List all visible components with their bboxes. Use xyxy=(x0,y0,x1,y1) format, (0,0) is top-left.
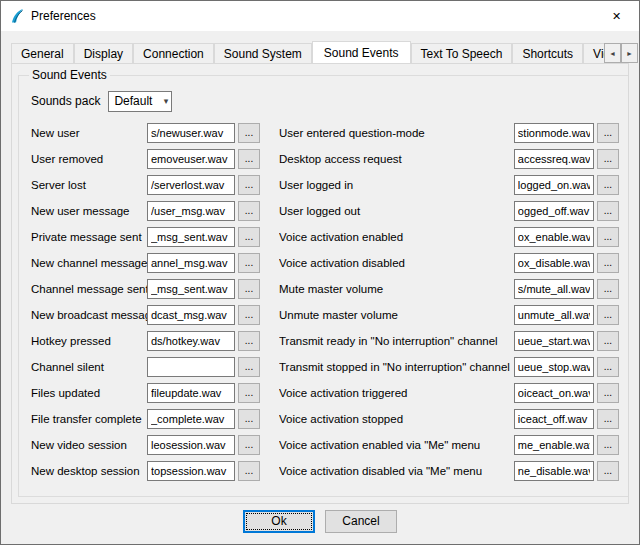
browse-button[interactable]: ... xyxy=(597,409,619,429)
browse-button[interactable]: ... xyxy=(597,383,619,403)
tab-text-to-speech[interactable]: Text To Speech xyxy=(411,43,513,63)
tab-sound-system[interactable]: Sound System xyxy=(214,43,312,63)
sound-event-file-input[interactable] xyxy=(514,253,594,273)
sound-event-label: Channel silent xyxy=(31,361,147,373)
tab-scroll-right-icon[interactable]: ► xyxy=(621,43,638,63)
browse-button[interactable]: ... xyxy=(597,253,619,273)
browse-button[interactable]: ... xyxy=(597,175,619,195)
sound-event-row: New broadcast message... xyxy=(29,302,265,328)
sound-event-label: New user xyxy=(31,127,147,139)
browse-button[interactable]: ... xyxy=(597,279,619,299)
tab-display[interactable]: Display xyxy=(74,43,133,63)
chevron-down-icon: ▾ xyxy=(164,96,169,106)
sound-event-file-input[interactable] xyxy=(147,305,235,325)
sound-event-file-input[interactable] xyxy=(514,383,594,403)
sound-event-file-input[interactable] xyxy=(514,331,594,351)
sound-event-file-input[interactable] xyxy=(147,149,235,169)
tab-scroll-left-icon[interactable]: ◄ xyxy=(604,43,621,63)
sound-event-row: File transfer complete... xyxy=(29,406,265,432)
sound-event-file-input[interactable] xyxy=(147,357,235,377)
sound-event-file-input[interactable] xyxy=(147,253,235,273)
sound-event-file-input[interactable] xyxy=(514,461,594,481)
tab-pane-sound-events: Sound Events Sounds pack Default ▾ New u… xyxy=(11,63,629,504)
sound-event-row: Desktop access request... xyxy=(277,146,619,172)
sound-event-row: Hotkey pressed... xyxy=(29,328,265,354)
tab-sound-events[interactable]: Sound Events xyxy=(312,41,411,63)
ok-button[interactable]: Ok xyxy=(243,510,315,533)
browse-button[interactable]: ... xyxy=(238,149,260,169)
groupbox-title: Sound Events xyxy=(29,68,110,82)
sound-events-right-column: User entered question-mode...Desktop acc… xyxy=(277,120,619,484)
sound-event-file-input[interactable] xyxy=(147,201,235,221)
browse-button[interactable]: ... xyxy=(238,461,260,481)
sound-event-file-input[interactable] xyxy=(147,435,235,455)
title-bar[interactable]: Preferences ✕ xyxy=(1,1,639,31)
sound-event-label: Voice activation enabled xyxy=(279,231,514,243)
sound-event-row: New user message... xyxy=(29,198,265,224)
sound-event-label: Voice activation enabled via "Me" menu xyxy=(279,439,514,451)
browse-button[interactable]: ... xyxy=(238,279,260,299)
sound-event-row: Voice activation enabled... xyxy=(277,224,619,250)
sound-event-label: Voice activation disabled xyxy=(279,257,514,269)
sound-event-file-input[interactable] xyxy=(147,461,235,481)
close-icon[interactable]: ✕ xyxy=(594,1,639,31)
sound-event-row: User logged in... xyxy=(277,172,619,198)
browse-button[interactable]: ... xyxy=(597,149,619,169)
sound-event-label: Voice activation triggered xyxy=(279,387,514,399)
browse-button[interactable]: ... xyxy=(238,357,260,377)
browse-button[interactable]: ... xyxy=(597,331,619,351)
browse-button[interactable]: ... xyxy=(597,357,619,377)
browse-button[interactable]: ... xyxy=(597,201,619,221)
browse-button[interactable]: ... xyxy=(597,435,619,455)
sound-event-label: New channel message xyxy=(31,257,147,269)
sound-event-row: New desktop session... xyxy=(29,458,265,484)
browse-button[interactable]: ... xyxy=(238,175,260,195)
sound-event-file-input[interactable] xyxy=(147,331,235,351)
sound-event-file-input[interactable] xyxy=(147,123,235,143)
sound-events-grid: New user...User removed...Server lost...… xyxy=(29,120,619,484)
sound-event-label: New broadcast message xyxy=(31,309,147,321)
browse-button[interactable]: ... xyxy=(238,123,260,143)
sound-event-file-input[interactable] xyxy=(514,435,594,455)
browse-button[interactable]: ... xyxy=(238,253,260,273)
sound-event-file-input[interactable] xyxy=(514,149,594,169)
sound-event-file-input[interactable] xyxy=(514,357,594,377)
browse-button[interactable]: ... xyxy=(238,227,260,247)
sound-event-row: Unmute master volume... xyxy=(277,302,619,328)
sound-event-file-input[interactable] xyxy=(514,409,594,429)
browse-button[interactable]: ... xyxy=(238,331,260,351)
sound-event-label: Channel message sent xyxy=(31,283,147,295)
sound-event-file-input[interactable] xyxy=(514,175,594,195)
browse-button[interactable]: ... xyxy=(597,305,619,325)
sound-event-file-input[interactable] xyxy=(514,227,594,247)
sound-event-row: Transmit ready in "No interruption" chan… xyxy=(277,328,619,354)
sound-event-file-input[interactable] xyxy=(514,201,594,221)
browse-button[interactable]: ... xyxy=(597,461,619,481)
sound-event-row: Voice activation stopped... xyxy=(277,406,619,432)
sound-event-label: Private message sent xyxy=(31,231,147,243)
sound-event-file-input[interactable] xyxy=(147,383,235,403)
sound-event-file-input[interactable] xyxy=(514,279,594,299)
sound-event-file-input[interactable] xyxy=(147,409,235,429)
browse-button[interactable]: ... xyxy=(238,383,260,403)
browse-button[interactable]: ... xyxy=(238,409,260,429)
tab-shortcuts[interactable]: Shortcuts xyxy=(512,43,583,63)
tab-connection[interactable]: Connection xyxy=(133,43,214,63)
sounds-pack-select[interactable]: Default ▾ xyxy=(108,91,172,112)
sound-event-file-input[interactable] xyxy=(147,227,235,247)
browse-button[interactable]: ... xyxy=(238,305,260,325)
browse-button[interactable]: ... xyxy=(238,201,260,221)
sound-event-file-input[interactable] xyxy=(147,279,235,299)
sound-event-label: New user message xyxy=(31,205,147,217)
sound-event-label: User logged in xyxy=(279,179,514,191)
browse-button[interactable]: ... xyxy=(597,123,619,143)
sound-event-row: Voice activation disabled via "Me" menu.… xyxy=(277,458,619,484)
sound-event-file-input[interactable] xyxy=(147,175,235,195)
tab-general[interactable]: General xyxy=(11,43,74,63)
browse-button[interactable]: ... xyxy=(238,435,260,455)
sound-event-file-input[interactable] xyxy=(514,123,594,143)
cancel-button[interactable]: Cancel xyxy=(325,510,397,533)
browse-button[interactable]: ... xyxy=(597,227,619,247)
sounds-pack-selected-value: Default xyxy=(114,94,152,108)
sound-event-file-input[interactable] xyxy=(514,305,594,325)
